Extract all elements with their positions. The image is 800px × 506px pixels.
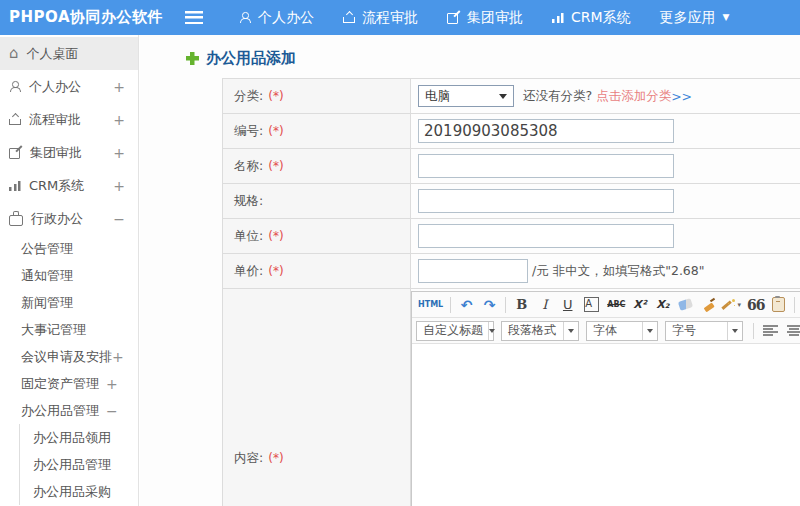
sidebar-item-7[interactable]: 通知管理 — [0, 262, 138, 289]
undo-button[interactable]: ↶ — [456, 295, 477, 315]
collapse-minus-icon[interactable]: − — [113, 211, 125, 227]
sidebar-item-label: 个人办公 — [29, 78, 113, 96]
topbar-menu-item-4[interactable]: 更多应用▼ — [660, 9, 730, 27]
sidebar-item-label: 办公用品领用 — [33, 429, 111, 447]
font-size-select-value: 字号 — [672, 322, 696, 339]
sidebar-item-label: CRM系统 — [29, 177, 113, 195]
case-icon — [9, 215, 23, 226]
sidebar-item-label: 集团审批 — [30, 144, 113, 162]
add-plus-icon — [186, 52, 199, 65]
required-mark: (*) — [268, 159, 283, 173]
superscript-icon: X² — [633, 298, 646, 311]
expand-plus-icon[interactable]: + — [106, 376, 118, 392]
select-caret-icon — [727, 322, 742, 340]
autotypeset-icon — [723, 299, 735, 311]
expand-plus-icon[interactable]: + — [113, 112, 125, 128]
editor-toolbar-row2: 自定义标题段落格式字体字号∞ — [412, 318, 800, 344]
code-input[interactable] — [418, 119, 674, 143]
form-row-unit: 单位: (*) — [223, 219, 800, 254]
user-icon — [239, 12, 251, 23]
eraser-button[interactable] — [675, 295, 696, 315]
sidebar-item-10[interactable]: 会议申请及安排+ — [0, 343, 138, 370]
edit-icon — [447, 12, 460, 24]
sidebar-item-label: 行政办公 — [31, 210, 113, 228]
font-border-button[interactable]: A — [580, 295, 603, 315]
redo-button[interactable]: ↷ — [479, 295, 500, 315]
topbar-menu-label: 集团审批 — [467, 9, 523, 27]
paragraph-select-value: 段落格式 — [508, 322, 556, 339]
add-category-link-arrows[interactable]: >> — [671, 89, 692, 104]
underline-button[interactable]: U — [557, 295, 578, 315]
spec-input[interactable] — [418, 189, 674, 213]
font-family-select[interactable]: 字体 — [586, 321, 658, 341]
expand-plus-icon[interactable]: + — [113, 79, 125, 95]
office-supply-form: 分类: (*) 电脑 还没有分类? 点击添加分类 >> 编号: (*) — [222, 78, 800, 506]
format-brush-icon — [703, 299, 715, 311]
add-category-link[interactable]: 点击添加分类 — [596, 88, 671, 105]
topbar-menu-label: CRM系统 — [571, 9, 631, 27]
align-left-button[interactable] — [763, 325, 778, 336]
bold-button[interactable]: B — [511, 295, 532, 315]
editor-content-area[interactable] — [412, 344, 800, 506]
superscript-button[interactable]: X² — [629, 295, 650, 315]
italic-button[interactable]: I — [534, 295, 555, 315]
sidebar-item-8[interactable]: 新闻管理 — [0, 289, 138, 316]
sidebar-item-12[interactable]: 办公用品管理− — [0, 397, 138, 424]
required-mark: (*) — [268, 264, 283, 278]
sidebar-item-14[interactable]: 办公用品管理 — [19, 451, 138, 478]
format-brush-button[interactable] — [698, 295, 719, 315]
sidebar-item-label: 个人桌面 — [27, 45, 125, 63]
unit-label: 单位: — [234, 228, 263, 245]
collapse-minus-icon[interactable]: − — [106, 403, 118, 419]
expand-plus-icon[interactable]: + — [113, 145, 125, 161]
font-size-select[interactable]: 字号 — [665, 321, 743, 341]
sidebar-item-6[interactable]: 公告管理 — [0, 235, 138, 262]
topbar-menu-label: 个人办公 — [258, 9, 314, 27]
autotypeset-button[interactable]: ▾ — [721, 295, 743, 315]
sidebar-item-5[interactable]: 行政办公− — [0, 202, 138, 235]
topbar-menu-label: 更多应用 — [660, 9, 716, 27]
paste-icon — [772, 297, 785, 312]
html-source-button[interactable]: HTML — [416, 295, 445, 315]
underline-icon: U — [563, 297, 573, 312]
sidebar-item-11[interactable]: 固定资产管理+ — [0, 370, 138, 397]
topbar-menu: 个人办公流程审批集团审批CRM系统更多应用▼ — [239, 9, 759, 27]
sidebar-item-label: 办公用品采购 — [33, 483, 111, 501]
subscript-button[interactable]: X₂ — [652, 295, 673, 315]
sidebar: ⌂个人桌面个人办公+流程审批+集团审批+CRM系统+行政办公−公告管理通知管理新… — [0, 35, 139, 506]
paste-button[interactable] — [768, 295, 789, 315]
sidebar-item-1[interactable]: 个人办公+ — [0, 70, 138, 103]
strikethrough-button[interactable]: ABC — [605, 295, 627, 315]
topbar-menu-label: 流程审批 — [362, 9, 418, 27]
sidebar-item-0[interactable]: ⌂个人桌面 — [0, 37, 138, 70]
unit-input[interactable] — [418, 224, 674, 248]
sidebar-item-3[interactable]: 集团审批+ — [0, 136, 138, 169]
required-mark: (*) — [268, 89, 283, 103]
name-input[interactable] — [418, 154, 674, 178]
form-row-name: 名称: (*) — [223, 149, 800, 184]
sidebar-item-label: 流程审批 — [29, 111, 113, 129]
form-row-category: 分类: (*) 电脑 还没有分类? 点击添加分类 >> — [223, 79, 800, 114]
sidebar-item-4[interactable]: CRM系统+ — [0, 169, 138, 202]
topbar: PHPOA协同办公软件 个人办公流程审批集团审批CRM系统更多应用▼ — [0, 0, 800, 35]
custom-title-select[interactable]: 自定义标题 — [416, 321, 494, 341]
category-select-value: 电脑 — [425, 88, 450, 105]
sidebar-item-9[interactable]: 大事记管理 — [0, 316, 138, 343]
price-input[interactable] — [418, 259, 528, 283]
paragraph-select[interactable]: 段落格式 — [501, 321, 579, 341]
blockquote-button[interactable]: 66 — [745, 295, 766, 315]
bold-icon: B — [516, 297, 527, 312]
topbar-menu-item-3[interactable]: CRM系统 — [552, 9, 631, 27]
category-select[interactable]: 电脑 — [418, 85, 514, 107]
topbar-menu-item-1[interactable]: 流程审批 — [343, 9, 418, 27]
sidebar-item-15[interactable]: 办公用品采购 — [19, 478, 138, 505]
align-center-button[interactable] — [787, 325, 800, 336]
expand-plus-icon[interactable]: + — [112, 349, 124, 365]
topbar-menu-item-0[interactable]: 个人办公 — [239, 9, 314, 27]
expand-plus-icon[interactable]: + — [113, 178, 125, 194]
topbar-menu-item-2[interactable]: 集团审批 — [447, 9, 523, 27]
sidebar-item-13[interactable]: 办公用品领用 — [19, 424, 138, 451]
hamburger-menu-icon[interactable] — [185, 11, 203, 24]
sidebar-item-2[interactable]: 流程审批+ — [0, 103, 138, 136]
required-mark: (*) — [268, 229, 283, 243]
